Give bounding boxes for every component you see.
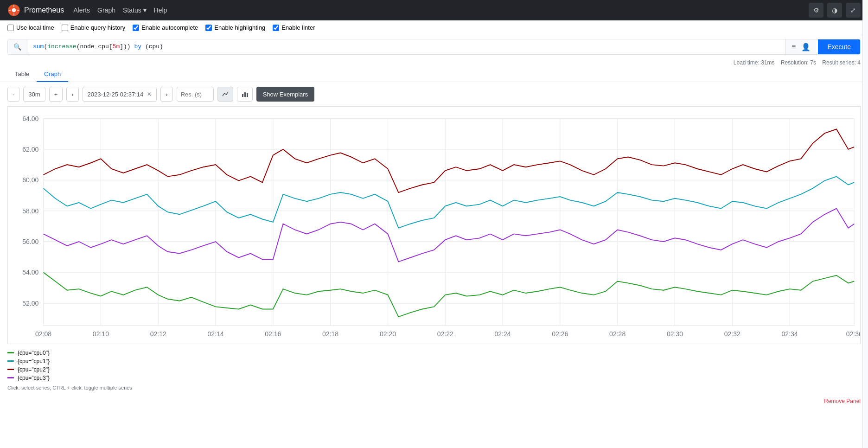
svg-text:02:32: 02:32 (724, 330, 740, 338)
navbar-right: ⚙ ◑ ⤢ (809, 3, 861, 18)
legend-color-cpu3 (7, 377, 14, 378)
remove-panel[interactable]: Remove Panel (0, 396, 868, 406)
duration-minus-button[interactable]: - (7, 87, 19, 102)
legend-item-cpu0[interactable]: {cpu="cpu0"} (7, 350, 861, 356)
legend-label-cpu3: {cpu="cpu3"} (18, 375, 50, 381)
svg-text:02:24: 02:24 (494, 330, 511, 338)
svg-text:62.00: 62.00 (22, 146, 38, 153)
bar-chart-icon (241, 90, 249, 98)
svg-text:02:26: 02:26 (552, 330, 568, 338)
svg-rect-7 (244, 92, 246, 97)
legend-item-cpu1[interactable]: {cpu="cpu1"} (7, 358, 861, 365)
chart-svg: 64.00 62.00 60.00 58.00 56.00 54.00 52.0… (8, 107, 860, 344)
scrollbar[interactable] (862, 0, 868, 406)
svg-text:58.00: 58.00 (22, 207, 38, 215)
svg-text:64.00: 64.00 (22, 115, 38, 122)
enable-linter-option[interactable]: Enable linter (273, 24, 315, 31)
datetime-text: 2023-12-25 02:37:14 (88, 91, 144, 98)
legend-color-cpu1 (7, 360, 14, 362)
svg-text:02:20: 02:20 (380, 330, 396, 338)
legend-color-cpu0 (7, 352, 14, 353)
enable-highlighting-option[interactable]: Enable highlighting (205, 24, 265, 31)
line-chart-button[interactable] (217, 87, 233, 102)
theme-icon[interactable]: ◑ (827, 3, 842, 18)
load-time: Load time: 31ms (734, 59, 775, 66)
nav-status[interactable]: Status ▾ (123, 6, 147, 14)
time-range-display: 2023-12-25 02:37:14 ✕ (83, 87, 157, 102)
duration-display: 30m (23, 87, 45, 102)
enable-query-history-label: Enable query history (70, 24, 126, 31)
brand: Prometheus (7, 4, 64, 17)
svg-rect-2 (13, 5, 14, 7)
svg-rect-3 (13, 13, 14, 15)
options-bar: Use local time Enable query history Enab… (0, 20, 868, 35)
time-next-button[interactable]: › (160, 87, 172, 102)
svg-text:02:12: 02:12 (150, 330, 166, 338)
clear-time-button[interactable]: ✕ (147, 91, 152, 97)
line-chart-icon (222, 90, 229, 98)
use-local-time-checkbox[interactable] (7, 25, 14, 31)
tab-table[interactable]: Table (7, 67, 37, 82)
svg-rect-6 (242, 94, 243, 97)
graph-controls: - 30m + ‹ 2023-12-25 02:37:14 ✕ › Show E… (0, 82, 868, 106)
time-prev-button[interactable]: ‹ (66, 87, 78, 102)
enable-linter-checkbox[interactable] (273, 25, 279, 31)
legend-label-cpu0: {cpu="cpu0"} (18, 350, 50, 356)
svg-text:02:30: 02:30 (667, 330, 683, 338)
nav-help[interactable]: Help (154, 6, 167, 14)
resolution: Resolution: 7s (781, 59, 816, 66)
format-icon[interactable]: ≡ (790, 42, 798, 52)
legend: {cpu="cpu0"} {cpu="cpu1"} {cpu="cpu2"} {… (0, 344, 868, 396)
settings-icon[interactable]: ⚙ (809, 3, 823, 18)
svg-text:02:14: 02:14 (207, 330, 223, 338)
nav-graph[interactable]: Graph (97, 6, 115, 14)
graph-container: 64.00 62.00 60.00 58.00 56.00 54.00 52.0… (7, 106, 861, 344)
brand-title: Prometheus (24, 6, 64, 14)
duration-plus-button[interactable]: + (49, 87, 63, 102)
enable-query-history-option[interactable]: Enable query history (62, 24, 126, 31)
svg-text:54.00: 54.00 (22, 269, 38, 276)
legend-label-cpu1: {cpu="cpu1"} (18, 358, 50, 365)
query-bar: 🔍 sum(increase(node_cpu[5m])) by (cpu) ≡… (7, 39, 861, 55)
svg-rect-5 (17, 10, 19, 10)
svg-text:02:10: 02:10 (93, 330, 109, 338)
resolution-input[interactable] (177, 87, 214, 102)
svg-rect-8 (247, 93, 248, 97)
svg-text:60.00: 60.00 (22, 176, 38, 184)
svg-point-1 (12, 8, 16, 12)
svg-text:52.00: 52.00 (22, 300, 38, 307)
enable-highlighting-label: Enable highlighting (214, 24, 265, 31)
legend-item-cpu2[interactable]: {cpu="cpu2"} (7, 366, 861, 373)
svg-text:02:18: 02:18 (322, 330, 338, 338)
execute-button[interactable]: Execute (818, 39, 860, 54)
use-local-time-option[interactable]: Use local time (7, 24, 54, 31)
svg-rect-4 (9, 10, 11, 10)
enable-highlighting-checkbox[interactable] (205, 25, 212, 31)
tabs: Table Graph (0, 67, 868, 82)
result-series: Result series: 4 (822, 59, 861, 66)
svg-text:02:22: 02:22 (437, 330, 453, 338)
search-icon: 🔍 (8, 39, 27, 54)
legend-color-cpu2 (7, 369, 14, 370)
legend-label-cpu2: {cpu="cpu2"} (18, 366, 50, 373)
legend-hint: Click: select series; CTRL + click: togg… (7, 385, 861, 390)
svg-text:02:16: 02:16 (265, 330, 281, 338)
tab-graph[interactable]: Graph (37, 67, 68, 82)
status-bar: Load time: 31ms Resolution: 7s Result se… (0, 58, 868, 67)
bar-chart-button[interactable] (237, 87, 253, 102)
enable-linter-label: Enable linter (281, 24, 315, 31)
svg-text:02:36: 02:36 (846, 330, 860, 338)
legend-item-cpu3[interactable]: {cpu="cpu3"} (7, 375, 861, 381)
enable-query-history-checkbox[interactable] (62, 25, 68, 31)
navbar-links: Alerts Graph Status ▾ Help (73, 6, 167, 14)
svg-text:02:28: 02:28 (609, 330, 625, 338)
expand-icon[interactable]: ⤢ (846, 3, 861, 18)
enable-autocomplete-checkbox[interactable] (133, 25, 139, 31)
enable-autocomplete-option[interactable]: Enable autocomplete (133, 24, 198, 31)
query-bar-actions: ≡ 👤 (785, 39, 816, 54)
query-input[interactable]: sum(increase(node_cpu[5m])) by (cpu) (27, 39, 785, 54)
enable-autocomplete-label: Enable autocomplete (141, 24, 198, 31)
show-exemplars-button[interactable]: Show Exemplars (256, 87, 315, 102)
user-icon[interactable]: 👤 (799, 42, 812, 52)
nav-alerts[interactable]: Alerts (73, 6, 90, 14)
